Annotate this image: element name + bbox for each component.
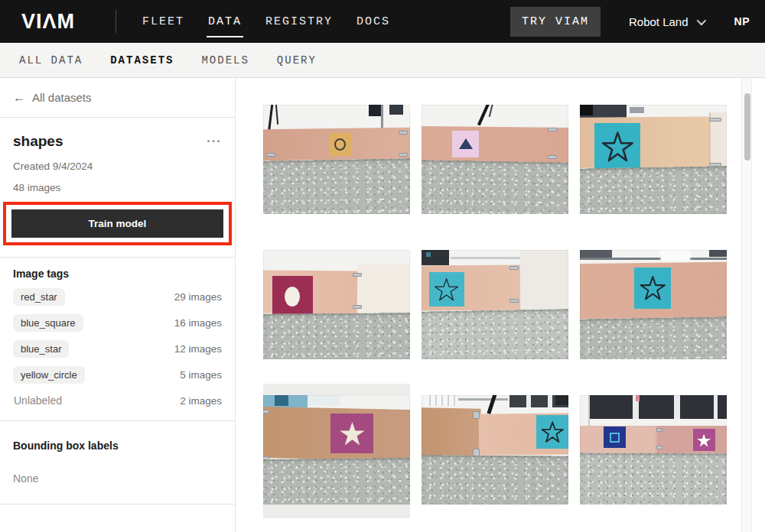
tab-datasets[interactable]: DATASETS — [110, 54, 174, 66]
ellipsis-menu-icon[interactable] — [207, 138, 222, 144]
oval-sticker — [272, 276, 314, 317]
circle-sticker — [329, 133, 351, 156]
star-sticker — [429, 272, 464, 307]
thumbnail-letterbox — [263, 384, 410, 518]
dataset-image-thumbnail[interactable] — [580, 395, 727, 504]
tag-count: 5 images — [180, 369, 222, 381]
tag-row: Unlabeled 2 images — [13, 391, 222, 410]
tag-count: 16 images — [174, 317, 222, 329]
dataset-image-thumbnail[interactable] — [263, 250, 410, 359]
tag-blue-star[interactable]: blue_star — [13, 340, 69, 358]
org-switcher[interactable]: Robot Land — [629, 15, 704, 28]
image-tags-section: Image tags red_star 29 images blue_squar… — [0, 258, 235, 421]
star-sticker — [330, 414, 373, 453]
star-sticker — [594, 123, 640, 169]
image-grid — [263, 105, 727, 504]
dataset-image-count: 48 images — [13, 182, 222, 193]
divider — [116, 10, 116, 33]
dataset-image-thumbnail[interactable] — [580, 105, 727, 214]
tag-row: blue_star 12 images — [13, 339, 222, 358]
primary-nav: FLEET DATA REGISTRY DOCS — [141, 11, 392, 33]
nav-fleet[interactable]: FLEET — [141, 11, 186, 33]
tab-query[interactable]: QUERY — [277, 54, 317, 66]
square-sticker — [604, 427, 626, 447]
topbar-right: TRY VIAM Robot Land NP — [510, 7, 750, 37]
try-viam-button[interactable]: TRY VIAM — [510, 7, 601, 37]
gallery-scrollbar[interactable] — [741, 78, 752, 532]
dataset-info-section: shapes Created 9/4/2024 48 images Train … — [0, 118, 235, 258]
tag-row: blue_square 16 images — [13, 313, 222, 332]
tab-models[interactable]: MODELS — [201, 54, 249, 66]
nav-registry[interactable]: REGISTRY — [264, 11, 334, 33]
star-sticker — [536, 415, 568, 449]
image-tags-heading: Image tags — [13, 268, 222, 280]
viam-logo[interactable]: VIΛM — [21, 10, 95, 34]
dataset-image-thumbnail[interactable] — [422, 250, 568, 359]
tag-count: 12 images — [174, 343, 222, 355]
dataset-image-thumbnail[interactable] — [263, 105, 410, 214]
dataset-image-thumbnail[interactable] — [263, 395, 410, 504]
bounding-box-labels-section: Bounding box labels None — [0, 421, 235, 504]
tag-red-star[interactable]: red_star — [13, 288, 65, 306]
tab-all-data[interactable]: ALL DATA — [19, 54, 83, 66]
star-sticker — [634, 268, 671, 309]
bounding-box-labels-value: None — [13, 472, 222, 485]
tag-count: 2 images — [180, 395, 222, 407]
dataset-image-thumbnail[interactable] — [422, 395, 568, 504]
data-subnav: ALL DATA DATASETS MODELS QUERY — [0, 43, 765, 78]
star-sticker — [693, 429, 715, 451]
top-navigation-bar: VIΛM FLEET DATA REGISTRY DOCS TRY VIAM R… — [0, 0, 765, 43]
tag-unlabeled: Unlabeled — [13, 394, 62, 407]
dataset-image-thumbnail[interactable] — [580, 250, 727, 359]
back-to-all-datasets[interactable]: All datasets — [0, 78, 235, 118]
chevron-down-icon — [696, 15, 706, 25]
org-name: Robot Land — [629, 15, 688, 28]
tag-row: yellow_circle 5 images — [13, 365, 222, 384]
tag-blue-square[interactable]: blue_square — [13, 314, 83, 332]
scrollbar-thumb[interactable] — [744, 93, 750, 161]
dataset-sidebar: All datasets shapes Created 9/4/2024 48 … — [0, 78, 236, 532]
back-label: All datasets — [32, 91, 92, 104]
tag-row: red_star 29 images — [13, 287, 222, 306]
tag-yellow-circle[interactable]: yellow_circle — [13, 366, 85, 384]
left-arrow-icon — [13, 91, 25, 105]
nav-docs[interactable]: DOCS — [355, 11, 392, 33]
tag-count: 29 images — [174, 291, 222, 303]
dataset-image-thumbnail[interactable] — [422, 105, 568, 214]
triangle-sticker — [452, 131, 479, 157]
dataset-title: shapes — [13, 133, 63, 150]
red-highlight-annotation: Train model — [3, 202, 232, 245]
nav-data[interactable]: DATA — [207, 11, 243, 33]
train-model-button[interactable]: Train model — [11, 209, 223, 238]
dataset-image-gallery — [236, 78, 765, 532]
dataset-created-date: Created 9/4/2024 — [13, 161, 222, 172]
bounding-box-labels-heading: Bounding box labels — [13, 440, 222, 452]
avatar[interactable]: NP — [734, 15, 750, 28]
